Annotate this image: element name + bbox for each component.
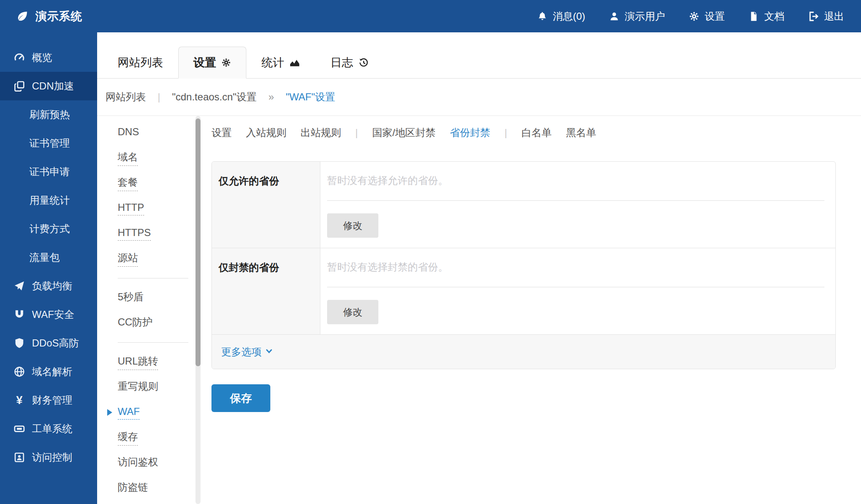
topnav-docs[interactable]: 文档	[748, 10, 784, 23]
breadcrumb-site-list[interactable]: 网站列表	[106, 90, 146, 104]
brand[interactable]: 演示系统	[16, 9, 82, 24]
subnav-origin[interactable]: 源站	[104, 246, 195, 271]
subnav-https[interactable]: HTTPS	[104, 221, 195, 246]
breadcrumb-waf-settings[interactable]: "WAF"设置	[286, 90, 335, 104]
subtab-whitelist[interactable]: 白名单	[521, 126, 552, 139]
tab-label: 网站列表	[118, 55, 163, 70]
waf-subtabs: 设置 入站规则 出站规则 | 国家/地区封禁 省份封禁 | 白名单 黑名单	[211, 116, 836, 150]
topnav-logout[interactable]: 退出	[808, 10, 844, 23]
topnav-user[interactable]: 演示用户	[609, 10, 665, 23]
subnav-divider	[118, 342, 188, 343]
province-ban-panel: 仅允许的省份 暂时没有选择允许的省份。 修改 仅封禁的省份 暂时没有选择封禁的省…	[211, 161, 836, 369]
save-button[interactable]: 保存	[211, 384, 270, 412]
signout-icon	[808, 11, 819, 22]
topnav-label: 文档	[764, 10, 784, 23]
panel-footer: 更多选项	[212, 334, 835, 369]
sidebar-item-label: 用量统计	[29, 194, 70, 207]
subnav-cc-protect[interactable]: CC防护	[104, 310, 195, 336]
gauge-icon	[12, 52, 27, 63]
modify-banned-button[interactable]: 修改	[327, 300, 378, 324]
tab-label: 日志	[330, 55, 353, 70]
subnav-rewrite-rules[interactable]: 重写规则	[104, 375, 195, 400]
copy-icon	[12, 80, 27, 92]
modify-allowed-button[interactable]: 修改	[327, 213, 378, 238]
main-tabs: 网站列表 设置 统计 日志	[97, 47, 861, 79]
allowed-provinces-value: 暂时没有选择允许的省份。 修改	[320, 162, 835, 248]
sidebar-item-overview[interactable]: 概览	[0, 43, 97, 72]
tab-settings[interactable]: 设置	[178, 47, 246, 79]
topnav-settings[interactable]: 设置	[689, 10, 725, 23]
sidebar-item-refresh-prewarm[interactable]: 刷新预热	[0, 100, 97, 129]
sidebar-item-cert-apply[interactable]: 证书申请	[0, 158, 97, 186]
subnav-dns[interactable]: DNS	[104, 120, 195, 145]
topnav-label: 设置	[705, 10, 725, 23]
scrollbar-thumb[interactable]	[195, 118, 201, 366]
more-options-link[interactable]: 更多选项	[221, 345, 273, 359]
sidebar-item-label: 概览	[32, 51, 52, 64]
allowed-provinces-row: 仅允许的省份 暂时没有选择允许的省份。 修改	[212, 162, 835, 248]
sidebar-item-access-control[interactable]: 访问控制	[0, 443, 97, 472]
subnav-http[interactable]: HTTP	[104, 196, 195, 221]
sidebar-item-label: 刷新预热	[29, 108, 70, 121]
tab-site-list[interactable]: 网站列表	[103, 47, 178, 79]
sidebar-item-billing-mode[interactable]: 计费方式	[0, 215, 97, 243]
sidebar-item-label: 工单系统	[32, 422, 72, 436]
subtab-blacklist[interactable]: 黑名单	[566, 126, 596, 139]
subnav-waf[interactable]: WAF	[104, 400, 195, 425]
subnav-scrollbar[interactable]	[195, 116, 201, 504]
chevron-down-icon	[265, 346, 273, 358]
banned-provinces-label: 仅封禁的省份	[212, 248, 320, 334]
topnav-label: 退出	[824, 10, 844, 23]
subtab-divider: |	[504, 127, 507, 139]
sidebar-item-load-balance[interactable]: 负载均衡	[0, 272, 97, 300]
sidebar-item-tickets[interactable]: 工单系统	[0, 415, 97, 443]
subtab-inbound-rules[interactable]: 入站规则	[246, 126, 286, 139]
subnav-divider	[118, 278, 188, 278]
topnav-messages[interactable]: 消息(0)	[537, 10, 585, 23]
sidebar-item-dns-resolve[interactable]: 域名解析	[0, 357, 97, 386]
sidebar-item-label: 访问控制	[32, 451, 72, 464]
sidebar-item-finance[interactable]: ¥ 财务管理	[0, 386, 97, 415]
gear-icon	[689, 11, 700, 22]
subtab-settings[interactable]: 设置	[211, 126, 232, 139]
brand-label: 演示系统	[35, 9, 82, 24]
allowed-provinces-empty-text: 暂时没有选择允许的省份。	[327, 174, 824, 201]
sidebar-item-usage-stats[interactable]: 用量统计	[0, 186, 97, 215]
waf-form-area: 设置 入站规则 出站规则 | 国家/地区封禁 省份封禁 | 白名单 黑名单 仅允…	[211, 116, 836, 504]
topnav-label: 演示用户	[625, 10, 665, 23]
subtab-province-ban[interactable]: 省份封禁	[450, 126, 490, 139]
sidebar-item-traffic-pack[interactable]: 流量包	[0, 243, 97, 272]
banned-provinces-value: 暂时没有选择封禁的省份。 修改	[320, 248, 835, 334]
subnav-plan[interactable]: 套餐	[104, 171, 195, 196]
subtab-outbound-rules[interactable]: 出站规则	[301, 126, 341, 139]
tab-logs[interactable]: 日志	[315, 47, 384, 79]
sidebar-item-label: 证书管理	[29, 136, 70, 150]
sidebar-item-label: DDoS高防	[32, 336, 79, 350]
subnav-5s-shield[interactable]: 5秒盾	[104, 285, 195, 310]
sidebar-item-label: WAF安全	[32, 308, 74, 321]
subnav-hotlink-protect[interactable]: 防盗链	[104, 475, 195, 501]
sidebar-item-label: 证书申请	[29, 165, 70, 178]
subnav-cache[interactable]: 缓存	[104, 425, 195, 450]
subnav-url-redirect[interactable]: URL跳转	[104, 349, 195, 375]
ticket-icon	[12, 423, 27, 435]
gear-icon	[221, 58, 231, 68]
subtab-country-ban[interactable]: 国家/地区封禁	[372, 126, 436, 139]
settings-subnav: DNS 域名 套餐 HTTP HTTPS 源站 5秒盾 CC防护 URL跳转 重…	[104, 116, 195, 504]
tab-statistics[interactable]: 统计	[246, 47, 315, 79]
sidebar-item-waf-security[interactable]: WAF安全	[0, 300, 97, 329]
breadcrumb-domain-settings[interactable]: "cdn.teaos.cn"设置	[172, 90, 256, 104]
sidebar-item-ddos[interactable]: DDoS高防	[0, 329, 97, 357]
topnav-label: 消息(0)	[553, 10, 585, 23]
banned-provinces-empty-text: 暂时没有选择封禁的省份。	[327, 261, 824, 287]
allowed-provinces-label: 仅允许的省份	[212, 162, 320, 248]
settings-content: DNS 域名 套餐 HTTP HTTPS 源站 5秒盾 CC防护 URL跳转 重…	[97, 116, 861, 504]
banned-provinces-row: 仅封禁的省份 暂时没有选择封禁的省份。 修改	[212, 248, 835, 334]
subnav-access-auth[interactable]: 访问鉴权	[104, 450, 195, 475]
subnav-domain[interactable]: 域名	[104, 145, 195, 171]
topnav: 消息(0) 演示用户 设置 文档	[537, 10, 844, 23]
sidebar-item-cert-manage[interactable]: 证书管理	[0, 129, 97, 158]
tab-label: 设置	[193, 55, 216, 70]
globe-icon	[12, 366, 27, 378]
sidebar-item-cdn[interactable]: CDN加速	[0, 72, 97, 100]
